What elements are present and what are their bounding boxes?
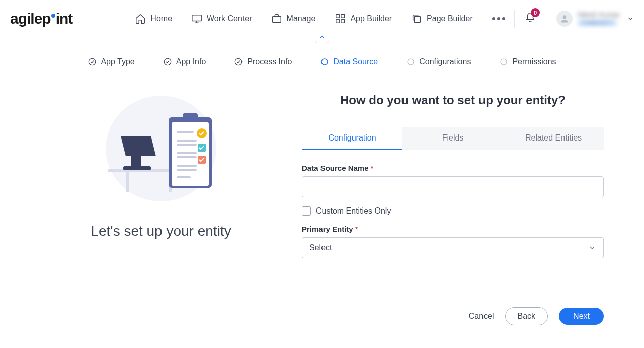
svg-rect-4	[336, 19, 339, 22]
step-permissions[interactable]: Permissions	[499, 57, 556, 66]
dot-icon	[502, 17, 505, 20]
svg-rect-23	[177, 131, 194, 133]
svg-rect-26	[177, 152, 197, 154]
monitor-icon	[191, 13, 202, 24]
step-process-info[interactable]: Process Info	[234, 57, 292, 66]
divider	[546, 10, 546, 28]
person-icon	[559, 14, 570, 24]
topbar-right: 0 Nilesh Kumar COMMUNITY	[514, 10, 634, 28]
check-circle-icon	[234, 57, 243, 66]
nav-pagebuilder-label: Page Builder	[427, 14, 473, 23]
nav-manage-label: Manage	[287, 14, 316, 23]
next-button[interactable]: Next	[559, 308, 604, 325]
step-label: Configurations	[419, 57, 471, 66]
right-heading: How do you want to set up your entity?	[302, 93, 604, 107]
chevron-up-icon	[318, 34, 326, 41]
custom-entities-only-checkbox[interactable]: Custom Entities Only	[302, 206, 604, 216]
step-label: Process Info	[247, 57, 292, 66]
primary-nav: Home Work Center Manage App Builder Page…	[128, 10, 512, 27]
logo-text-pre: agilep	[10, 10, 51, 27]
cancel-button[interactable]: Cancel	[469, 312, 494, 321]
svg-rect-16	[126, 172, 129, 192]
checkbox-icon	[302, 206, 311, 216]
nav-home[interactable]: Home	[128, 10, 179, 27]
nav-appbuilder-label: App Builder	[350, 14, 392, 23]
avatar	[556, 11, 573, 27]
svg-point-13	[501, 59, 507, 65]
left-heading: Let's set up your entity	[91, 223, 231, 239]
nav-page-builder[interactable]: Page Builder	[404, 10, 480, 27]
svg-point-9	[164, 58, 171, 65]
nav-home-label: Home	[150, 14, 172, 23]
svg-point-10	[235, 58, 243, 65]
step-configurations[interactable]: Configurations	[406, 57, 471, 66]
collapse-topbar	[0, 31, 644, 43]
svg-rect-2	[336, 14, 339, 17]
notifications-button[interactable]: 0	[525, 12, 536, 25]
data-source-name-label: Data Source Name*	[302, 164, 604, 172]
svg-rect-29	[177, 169, 197, 171]
home-icon	[135, 13, 146, 24]
nav-app-builder[interactable]: App Builder	[328, 10, 399, 27]
svg-rect-1	[272, 16, 281, 22]
primary-entity-select[interactable]: Select	[302, 237, 604, 258]
content-right: How do you want to set up your entity? C…	[282, 93, 604, 295]
back-button[interactable]: Back	[505, 307, 548, 325]
tab-configuration[interactable]: Configuration	[302, 127, 403, 150]
configuration-form: Data Source Name* Custom Entities Only P…	[302, 150, 604, 258]
chevron-down-icon	[588, 244, 596, 252]
wizard-steps: App Type App Info Process Info Data Sour…	[10, 43, 634, 78]
required-mark: *	[355, 225, 358, 233]
user-menu[interactable]: Nilesh Kumar COMMUNITY	[556, 11, 634, 27]
tab-fields[interactable]: Fields	[403, 127, 503, 150]
copy-icon	[411, 13, 422, 24]
svg-rect-30	[177, 176, 191, 178]
step-label: App Type	[101, 57, 134, 66]
entity-tabs: Configuration Fields Related Entities	[302, 127, 604, 150]
step-app-info[interactable]: App Info	[163, 57, 206, 66]
step-app-type[interactable]: App Type	[88, 57, 134, 66]
nav-more-button[interactable]	[485, 14, 512, 23]
svg-point-8	[89, 58, 96, 65]
divider	[514, 10, 515, 28]
step-label: Data Source	[333, 57, 378, 66]
svg-point-12	[408, 59, 414, 65]
dot-icon	[492, 17, 495, 20]
chevron-down-icon	[627, 15, 634, 22]
checkbox-label: Custom Entities Only	[316, 206, 391, 216]
logo-text-post: int	[56, 10, 73, 27]
step-data-source[interactable]: Data Source	[320, 57, 378, 66]
required-mark: *	[371, 164, 374, 172]
label-text: Data Source Name	[302, 164, 369, 172]
collapse-button[interactable]	[315, 31, 329, 43]
svg-rect-18	[131, 156, 141, 166]
nav-work-label: Work Center	[207, 14, 252, 23]
check-circle-icon	[163, 57, 172, 66]
apps-grid-icon	[335, 13, 346, 24]
wizard-container: App Type App Info Process Info Data Sour…	[10, 43, 634, 295]
svg-rect-27	[177, 156, 197, 158]
svg-rect-19	[123, 166, 151, 170]
step-separator	[213, 62, 227, 62]
svg-rect-28	[177, 165, 197, 167]
data-source-name-input[interactable]	[302, 176, 604, 197]
dot-icon	[497, 17, 500, 20]
nav-manage[interactable]: Manage	[264, 10, 323, 27]
briefcase-icon	[271, 13, 282, 24]
user-text: Nilesh Kumar COMMUNITY	[578, 11, 620, 26]
svg-rect-22	[183, 113, 198, 122]
wizard-content: Let's set up your entity How do you want…	[10, 78, 634, 295]
user-tag: COMMUNITY	[578, 20, 617, 26]
nav-work-center[interactable]: Work Center	[184, 10, 259, 27]
step-separator	[478, 62, 492, 62]
check-circle-icon	[88, 57, 97, 66]
select-value: Select	[309, 243, 332, 252]
tab-related-entities[interactable]: Related Entities	[503, 127, 604, 150]
svg-rect-5	[341, 19, 344, 22]
content-left: Let's set up your entity	[40, 93, 282, 295]
step-separator	[385, 62, 399, 62]
label-text: Primary Entity	[302, 225, 353, 233]
app-logo[interactable]: agilepint	[10, 10, 72, 27]
svg-rect-0	[192, 15, 201, 21]
wizard-footer: Cancel Back Next	[10, 295, 634, 337]
